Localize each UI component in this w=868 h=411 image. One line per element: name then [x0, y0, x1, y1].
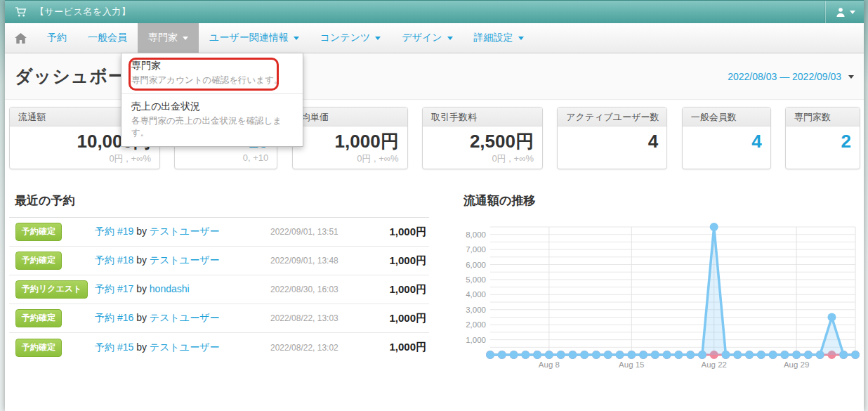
chevron-down-icon — [183, 37, 188, 40]
stat-value: 4 — [691, 131, 762, 152]
nav-item-1[interactable]: 予約 — [37, 23, 77, 53]
y-axis-tick: 3,000 — [466, 306, 486, 314]
by-text: by — [133, 254, 150, 266]
by-text: by — [133, 341, 150, 353]
booking-date: 2022/08/22, 13:02 — [270, 343, 362, 353]
stat-label: 取引手数料 — [423, 107, 542, 126]
status-badge: 予約リクエスト — [15, 280, 88, 299]
chevron-down-icon — [848, 75, 854, 79]
date-range-label: 2022/08/03 — 2022/09/03 — [728, 71, 841, 82]
stat-label: 均単価 — [293, 107, 407, 126]
booking-amount: 1,000円 — [362, 312, 429, 325]
booking-date: 2022/09/01, 13:51 — [270, 227, 362, 237]
home-icon[interactable] — [5, 23, 37, 53]
booking-amount: 1,000円 — [362, 226, 429, 239]
x-axis-tick: Aug 15 — [619, 360, 644, 369]
by-text: by — [133, 226, 150, 237]
recent-bookings-section: 最近の予約 予約確定予約 #19 by テストユーザー2022/09/01, 1… — [9, 187, 429, 362]
revenue-trend-chart: 1,0002,0003,0004,0005,0006,0007,0008,000… — [458, 217, 864, 393]
nav-item-7[interactable]: 詳細設定 — [463, 23, 534, 53]
by-text: by — [133, 312, 150, 323]
stat-subvalue — [794, 152, 851, 164]
nav-item-label: コンテンツ — [320, 32, 371, 44]
stat-card-3: 均単価1,000円0円 , +∞% — [292, 107, 408, 169]
main-nav: 予約一般会員専門家ユーザー関連情報コンテンツデザイン詳細設定 — [5, 23, 864, 53]
stat-subvalue: 0円 , +∞% — [18, 152, 151, 165]
booking-name-cell: 予約 #19 by テストユーザー — [95, 226, 270, 238]
stat-card-6: 一般会員数4 — [682, 107, 771, 169]
chevron-down-icon — [447, 37, 453, 40]
booking-user-link[interactable]: テストユーザー — [150, 341, 220, 353]
nav-item-2[interactable]: 一般会員 — [77, 23, 138, 53]
stat-body: 2,500円0円 , +∞% — [423, 126, 542, 165]
stat-value: 2,500円 — [431, 131, 534, 152]
by-text: by — [133, 283, 150, 294]
booking-user-link[interactable]: hondashi — [150, 283, 190, 294]
bookings-table: 予約確定予約 #19 by テストユーザー2022/09/01, 13:511,… — [9, 218, 429, 362]
cart-icon[interactable] — [15, 6, 27, 18]
revenue-chart-section: 流通額の推移 1,0002,0003,0004,0005,0006,0007,0… — [458, 187, 864, 396]
stat-label: 専門家数 — [786, 107, 860, 126]
nav-item-6[interactable]: デザイン — [391, 23, 463, 53]
booking-date: 2022/08/30, 16:03 — [270, 285, 362, 294]
dropdown-item-2[interactable]: 売上の出金状況各専門家の売上の出金状況を確認します。 — [121, 93, 303, 146]
dropdown-item-desc: 専門家アカウントの確認を行います。 — [131, 74, 293, 86]
booking-user-link[interactable]: テストユーザー — [150, 312, 220, 323]
nav-item-label: ユーザー関連情報 — [209, 32, 289, 44]
y-axis-tick: 6,000 — [466, 261, 486, 269]
service-name[interactable]: 【サービス名を入力】 — [35, 6, 131, 18]
nav-items: 予約一般会員専門家ユーザー関連情報コンテンツデザイン詳細設定 — [37, 23, 534, 53]
booking-user-link[interactable]: テストユーザー — [150, 226, 220, 237]
dropdown-item-desc: 各専門家の売上の出金状況を確認します。 — [131, 115, 293, 139]
chart-title: 流通額の推移 — [458, 187, 864, 217]
booking-user-link[interactable]: テストユーザー — [150, 254, 220, 266]
booking-row: 予約確定予約 #18 by テストユーザー2022/09/01, 13:481,… — [9, 247, 429, 275]
status-cell: 予約確定 — [9, 339, 95, 357]
account-menu[interactable] — [825, 1, 864, 23]
x-axis-tick: Aug 22 — [701, 360, 726, 369]
stat-label: 一般会員数 — [683, 107, 770, 126]
booking-link[interactable]: 予約 #15 — [95, 341, 133, 353]
y-axis-tick: 7,000 — [466, 245, 486, 254]
stat-subvalue — [566, 152, 658, 164]
status-badge: 予約確定 — [15, 252, 62, 270]
nav-item-3[interactable]: 専門家 — [138, 23, 199, 53]
booking-link[interactable]: 予約 #19 — [95, 226, 133, 237]
booking-date: 2022/09/01, 13:48 — [270, 256, 362, 266]
app-window: 【サービス名を入力】 予約一般会員専門家ユーザー関連情報コンテンツデザイン詳細設… — [5, 0, 864, 411]
booking-link[interactable]: 予約 #17 — [95, 283, 133, 294]
stat-subvalue: 0, +10 — [183, 152, 268, 164]
date-range-picker[interactable]: 2022/08/03 — 2022/09/03 — [728, 71, 854, 82]
stat-value: 1,000円 — [301, 131, 399, 152]
booking-row: 予約確定予約 #16 by テストユーザー2022/08/22, 13:031,… — [9, 304, 429, 333]
nav-item-5[interactable]: コンテンツ — [310, 23, 392, 53]
dropdown-item-title: 売上の出金状況 — [131, 100, 293, 113]
booking-date: 2022/08/22, 13:03 — [270, 313, 362, 323]
y-axis-tick: 1,000 — [466, 336, 486, 344]
nav-item-label: 詳細設定 — [474, 32, 513, 44]
booking-amount: 1,000円 — [362, 341, 429, 354]
booking-link[interactable]: 予約 #18 — [95, 254, 133, 266]
nav-item-label: 予約 — [47, 32, 67, 44]
status-cell: 予約確定 — [9, 252, 95, 270]
status-cell: 予約リクエスト — [9, 280, 95, 299]
status-cell: 予約確定 — [9, 309, 95, 327]
stat-card-4: 取引手数料2,500円0円 , +∞% — [422, 107, 543, 169]
stat-value: 4 — [566, 131, 658, 152]
booking-amount: 1,000円 — [362, 283, 429, 296]
x-axis-tick: Aug 29 — [784, 360, 809, 369]
status-badge: 予約確定 — [15, 309, 62, 327]
booking-link[interactable]: 予約 #16 — [95, 312, 133, 323]
topbar: 【サービス名を入力】 — [5, 0, 864, 23]
chevron-down-icon — [294, 37, 299, 40]
stat-card-7: 専門家数2 — [785, 107, 860, 169]
booking-amount: 1,000円 — [362, 254, 429, 268]
status-cell: 予約確定 — [9, 223, 95, 241]
stat-body: 4 — [683, 126, 770, 164]
dropdown-item-1[interactable]: 専門家専門家アカウントの確認を行います。 — [121, 53, 303, 93]
stat-card-5: アクティブユーザー数4 — [557, 107, 667, 169]
booking-name-cell: 予約 #15 by テストユーザー — [95, 341, 270, 354]
nav-item-4[interactable]: ユーザー関連情報 — [199, 23, 310, 53]
user-icon — [835, 7, 846, 18]
chevron-down-icon — [518, 37, 524, 40]
